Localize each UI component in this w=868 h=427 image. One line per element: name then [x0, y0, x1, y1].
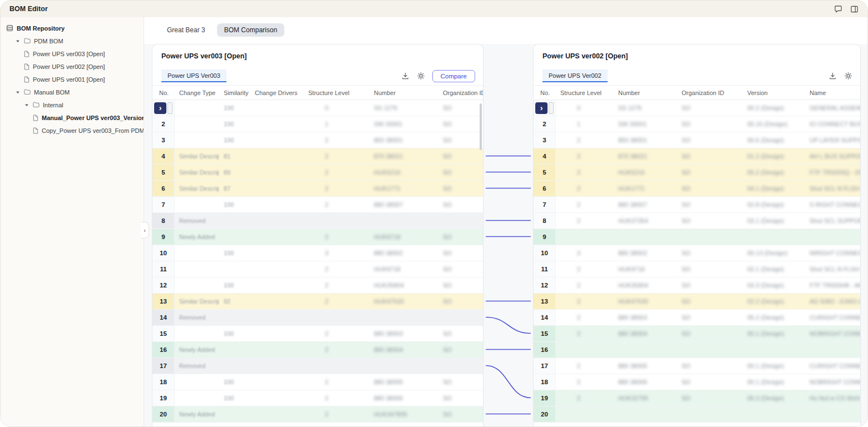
table-row[interactable]: 101003880 38002SO: [152, 245, 483, 261]
table-row[interactable]: 151002880 38003SO: [152, 326, 483, 342]
tree-item-label: PDM BOM: [34, 38, 63, 44]
column-header: Change Type: [175, 90, 219, 96]
table-row[interactable]: 16: [534, 342, 860, 358]
table-row[interactable]: 17Removed: [152, 358, 483, 374]
table-row[interactable]: 172880 38005SO00.1 (Design)CURIGHT CONNE…: [534, 358, 860, 374]
table-cell: 880 38006: [369, 390, 438, 406]
table-cell: 2: [556, 261, 614, 277]
table-row[interactable]: 191002880 38006SO: [152, 390, 483, 406]
tab-bom-comparison[interactable]: BOM Comparison: [217, 23, 284, 37]
table-cell: [250, 261, 304, 277]
tree-item[interactable]: Power UPS ver001 [Open]: [1, 73, 144, 86]
side-panel-toggle-icon[interactable]: [850, 5, 859, 13]
table-row[interactable]: 6Similar Descriptio872HUK1771SO: [152, 181, 483, 197]
table-row[interactable]: 71002880 38007SO: [152, 197, 483, 213]
table-row[interactable]: ›1000SS 1276SO: [152, 100, 483, 116]
table-row[interactable]: 31002850 38001SO: [152, 132, 483, 148]
table-cell: 05.2 (Design): [743, 165, 805, 180]
table-row[interactable]: 9: [534, 229, 860, 245]
table-row[interactable]: 21001SW 26001SO: [152, 116, 483, 132]
comment-icon[interactable]: [834, 5, 842, 13]
tree-item[interactable]: Copy_Power UPS ver003_From PDM [Open]: [1, 124, 144, 137]
table-row[interactable]: 13Similar Descriptio922HUK47530SO: [152, 294, 483, 310]
expand-row-button[interactable]: ›: [535, 102, 548, 114]
tree-item[interactable]: BOM Repository: [1, 22, 144, 34]
table-row[interactable]: 42870 38021SO01.2 (Design)AH L BUS SUPPO…: [534, 148, 860, 165]
table-cell: S RIGHT CONNECT: [805, 197, 860, 212]
table-row[interactable]: 122HUK35804SO03.3 (Design)FTF TR500HB - …: [534, 277, 860, 294]
bom-version-tab-ver003[interactable]: Power UPS Ver003: [161, 69, 226, 82]
caret-down-icon[interactable]: [24, 103, 29, 107]
caret-down-icon[interactable]: [15, 90, 21, 95]
table-cell: [250, 213, 304, 229]
table-row[interactable]: ›0SS 1276SO00.2 (Design)GENERAL ASSEMB: [534, 100, 860, 116]
tree-item[interactable]: Internal: [1, 98, 144, 111]
compare-button[interactable]: Compare: [432, 70, 475, 82]
table-row[interactable]: 181002880 38005SO: [152, 374, 483, 390]
tree-item[interactable]: Manual BOM: [1, 86, 144, 98]
row-number-cell: 13: [152, 294, 175, 309]
table-row[interactable]: 52HUK5216SO05.2 (Design)FTF TR500SQ - D6…: [534, 165, 860, 181]
row-drag-handle[interactable]: [167, 102, 172, 114]
row-drag-handle[interactable]: [549, 102, 554, 114]
table-row[interactable]: 112HUK9718SO03.1 (Design)Shut SCL N FLSH…: [534, 261, 860, 277]
table-row[interactable]: 8Removed: [152, 213, 483, 229]
table-cell: 02.8 (Design): [743, 197, 805, 212]
file-icon: [24, 63, 29, 70]
tree-item[interactable]: PDM BOM: [1, 34, 144, 47]
row-number-cell: 10: [534, 245, 556, 261]
table-row[interactable]: 182880 38006SO00.1 (Design)NOBRIGHT CONN…: [534, 374, 860, 390]
table-row[interactable]: 103880 38002SO00.13 (Design)WRIGHT CONNE…: [534, 245, 860, 261]
table-cell: [743, 406, 805, 422]
table-row[interactable]: 21SW 26001SO00.16 (Design)IO CONNECT BUS…: [534, 116, 860, 132]
table-cell: HUK9718: [614, 261, 677, 277]
table-row[interactable]: 32850 38001SO00.6 (Design)UP LAYER SUPPO…: [534, 132, 860, 148]
table-cell: 00.6 (Design): [743, 132, 805, 148]
tab-great-bear-3[interactable]: Great Bear 3: [160, 23, 213, 37]
table-row[interactable]: 62HUK1771SO04.1 (Design)Shut SCL N FLSH …: [534, 181, 860, 197]
table-row[interactable]: 72880 38007SO02.8 (Design)S RIGHT CONNEC…: [534, 197, 860, 213]
row-number-cell: 6: [152, 181, 175, 196]
table-cell: WRIGHT CONNECT: [805, 245, 860, 261]
table-row[interactable]: 121002HUK35804SO: [152, 277, 483, 294]
tree-item[interactable]: Manual_Power UPS ver003_Version 1 [Open]: [1, 111, 144, 124]
table-row[interactable]: 4Similar Descriptio812870 38021SO: [152, 148, 483, 165]
vertical-scrollbar[interactable]: [480, 103, 482, 150]
table-cell: [805, 229, 860, 245]
table-row[interactable]: 82HUK37354SO03.1 (Design)Shut SCL SUPPOR…: [534, 213, 860, 229]
table-row[interactable]: 112HUK9718SO: [152, 261, 483, 277]
table-row[interactable]: 20: [534, 406, 860, 423]
table-cell: 05.2 (Design): [743, 310, 805, 325]
expand-row-button[interactable]: ›: [154, 102, 166, 114]
table-cell: SO: [677, 148, 743, 164]
table-row[interactable]: 9Newly Added2HUK9718SO: [152, 229, 483, 245]
table-cell: [175, 132, 219, 148]
sidebar-collapse-handle[interactable]: ‹: [141, 222, 149, 239]
table-cell: Shut SCL SUPPORT: [805, 213, 860, 229]
gear-icon[interactable]: [844, 72, 852, 80]
gear-icon[interactable]: [417, 72, 425, 80]
caret-down-icon[interactable]: [15, 39, 21, 43]
table-cell: 100: [219, 132, 250, 148]
download-icon[interactable]: [401, 72, 410, 80]
table-row[interactable]: 16Newly Added2880 38004SO: [152, 342, 483, 358]
table-row[interactable]: 152880 38004SO00.1 (Design)NOBRIGHT CONN…: [534, 326, 860, 342]
download-icon[interactable]: [828, 72, 837, 80]
right-panel-toolbar: Power UPS Ver002: [534, 67, 860, 86]
row-number-cell: 20: [534, 406, 556, 422]
table-row[interactable]: 5Similar Descriptio892HUK5216SO: [152, 165, 483, 181]
table-cell: SO: [677, 100, 743, 116]
table-row[interactable]: 132HUK47530SO02.2 (Design)AG 50B2 - E340…: [534, 294, 860, 310]
table-cell: [304, 310, 369, 325]
table-row[interactable]: 192HUK32795SO06.3 (Design)Hu Nut w CS Ws…: [534, 390, 860, 406]
table-row[interactable]: 20Newly Added2HUK347805SO: [152, 406, 483, 423]
tree-item[interactable]: Power UPS ver002 [Open]: [1, 60, 144, 73]
bom-version-tab-ver002[interactable]: Power UPS Ver002: [542, 69, 608, 82]
table-cell: [556, 342, 614, 358]
table-cell: [175, 277, 219, 293]
table-cell: AG 50B2 - E3401 A: [805, 294, 860, 309]
table-row[interactable]: 142880 38003SO05.2 (Design)CURIGHT CONNE…: [534, 310, 860, 326]
table-row[interactable]: 14Removed: [152, 310, 483, 326]
tree-item[interactable]: Power UPS ver003 [Open]: [1, 47, 144, 60]
table-cell: 850 38001: [614, 132, 677, 148]
